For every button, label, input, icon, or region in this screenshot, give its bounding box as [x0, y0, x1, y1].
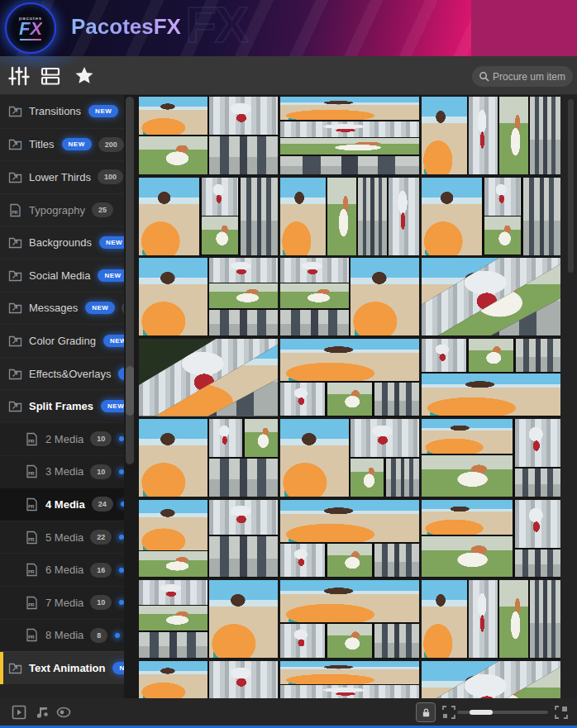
preset-thumbnail-20[interactable]	[280, 580, 419, 658]
men-street-cell	[515, 469, 560, 497]
count-badge: 16	[90, 563, 112, 578]
girl-orange-float-beach-cell	[280, 661, 419, 684]
woman-snowy-forest-cell	[350, 419, 419, 457]
preset-thumbnail-4[interactable]	[139, 178, 278, 255]
preset-thumbnail-12[interactable]	[422, 339, 560, 416]
preset-thumbnail-19[interactable]	[139, 580, 278, 658]
preset-thumbnail-21[interactable]	[422, 580, 560, 658]
sidebar-item-7-media[interactable]: PR7 Media10	[0, 586, 139, 619]
fit-view-icon[interactable]	[441, 704, 457, 721]
women-couple-field-cell	[327, 624, 372, 658]
men-street-cell	[209, 136, 278, 174]
woman-snowy-forest-cell	[209, 97, 278, 135]
sidebar-item-label: Lower Thirds	[29, 171, 91, 183]
audio-icon[interactable]	[34, 704, 50, 721]
folder-arrow-icon	[8, 236, 22, 250]
preset-thumbnail-22[interactable]	[139, 661, 278, 699]
girl-orange-float-beach-cell	[422, 500, 513, 535]
filter-sliders-icon[interactable]	[8, 65, 30, 87]
favorites-star-icon[interactable]	[74, 65, 95, 87]
sidebar-item-typography[interactable]: PRTypography25	[0, 193, 139, 226]
girl-orange-float-beach-cell	[280, 419, 349, 497]
sidebar-scrollbar-thumb[interactable]	[126, 366, 134, 416]
woman-snowy-forest-cell	[209, 258, 278, 283]
fullscreen-icon[interactable]	[553, 704, 570, 721]
zoom-slider-thumb[interactable]	[470, 710, 493, 715]
preset-thumbnail-5[interactable]	[280, 178, 419, 255]
woman-snowy-forest-cell	[422, 339, 466, 373]
sidebar-item-label: Transitions	[29, 105, 81, 117]
women-couple-field-cell	[484, 216, 522, 255]
search-box[interactable]	[472, 66, 573, 87]
woman-snowy-forest-cell	[280, 383, 325, 416]
women-couple-field-cell	[139, 606, 207, 630]
preset-thumbnail-8[interactable]	[280, 258, 419, 335]
sidebar-item-label: Backgrounds	[29, 236, 92, 249]
preset-thumbnail-3[interactable]	[422, 97, 560, 174]
preset-thumbnail-7[interactable]	[139, 258, 278, 335]
search-input[interactable]	[493, 71, 566, 83]
women-couple-field-cell	[422, 536, 513, 578]
girl-orange-float-beach-cell	[139, 661, 207, 699]
count-badge: 24	[92, 497, 113, 512]
preset-thumbnail-18[interactable]	[422, 500, 560, 578]
video-preview-icon[interactable]	[11, 704, 27, 721]
preset-thumbnail-9[interactable]	[422, 258, 560, 335]
woman-snowy-forest-cell	[280, 258, 349, 283]
girl-orange-float-beach-cell	[280, 97, 419, 120]
sidebar-item-color-grading[interactable]: Color GradingNEW	[0, 324, 139, 357]
sidebar-item-text-animation[interactable]: Text AnimationNEW	[0, 651, 139, 684]
preset-thumbnail-6[interactable]	[422, 178, 560, 255]
women-couple-field-cell	[280, 138, 419, 155]
preset-thumbnail-17[interactable]	[280, 500, 419, 578]
lock-icon[interactable]	[416, 702, 436, 722]
folder-arrow-icon	[8, 661, 22, 675]
svg-text:PR: PR	[28, 569, 35, 574]
sidebar-item-lower-thirds[interactable]: Lower Thirds100	[0, 160, 139, 193]
preset-thumbnail-2[interactable]	[280, 97, 419, 174]
count-badge: 10	[90, 595, 112, 610]
preset-thumbnail-24[interactable]	[422, 661, 560, 699]
zoom-slider[interactable]	[457, 711, 548, 714]
folder-arrow-icon	[8, 367, 22, 381]
girl-orange-float-beach-cell	[139, 419, 207, 497]
sidebar-item-3-media[interactable]: PR3 Media10	[0, 455, 139, 488]
preset-thumbnail-11[interactable]	[280, 339, 419, 416]
preset-thumbnail-1[interactable]	[139, 97, 278, 174]
men-street-cell	[516, 339, 560, 373]
preset-thumbnail-13[interactable]	[139, 419, 278, 497]
sidebar-item-2-media[interactable]: PR2 Media10	[0, 422, 139, 455]
preset-thumbnail-15[interactable]	[422, 419, 560, 497]
men-street-cell	[374, 624, 419, 658]
sidebar-item-split-frames[interactable]: Split FramesNEW1	[0, 389, 139, 422]
sidebar-item-5-media[interactable]: PR5 Media22	[0, 521, 139, 554]
sidebar-item-label: 5 Media	[45, 531, 83, 544]
men-street-cell	[374, 544, 419, 578]
folder-arrow-icon	[8, 170, 22, 184]
girl-orange-float-beach-cell	[422, 419, 513, 454]
pr-file-icon: PR	[25, 596, 39, 610]
count-badge: 25	[92, 202, 113, 217]
women-couple-field-cell	[327, 383, 372, 416]
sidebar-item-4-media[interactable]: PR4 Media24	[0, 488, 139, 521]
woman-snowy-forest-cell	[209, 419, 242, 457]
preset-thumbnail-16[interactable]	[139, 500, 278, 578]
sidebar-item-8-media[interactable]: PR8 Media8	[0, 619, 139, 652]
men-street-cell	[530, 580, 560, 658]
sidebar-item-6-media[interactable]: PR6 Media16	[0, 553, 139, 586]
sidebar-item-backgrounds[interactable]: BackgroundsNEW1	[0, 226, 139, 259]
sidebar-item-titles[interactable]: TitlesNEW200	[0, 128, 139, 161]
list-view-icon[interactable]	[40, 65, 61, 87]
visibility-icon[interactable]	[55, 704, 72, 721]
grid-scrollbar[interactable]	[568, 99, 574, 273]
sidebar-item-social-media[interactable]: Social MediaNEW15	[0, 259, 139, 292]
preset-thumbnail-23[interactable]	[280, 661, 419, 699]
sidebar-item-transitions[interactable]: TransitionsNEW777	[0, 95, 139, 128]
preset-thumbnail-10[interactable]	[139, 339, 278, 416]
sidebar-item-messages[interactable]: MessagesNEW54	[0, 292, 139, 325]
header-right-block	[471, 0, 577, 56]
girl-orange-float-beach-cell	[139, 500, 207, 550]
svg-text:PR: PR	[28, 471, 35, 476]
preset-thumbnail-14[interactable]	[280, 419, 419, 497]
sidebar-item-effects-overlays[interactable]: Effects&OverlaysNEW	[0, 357, 139, 390]
